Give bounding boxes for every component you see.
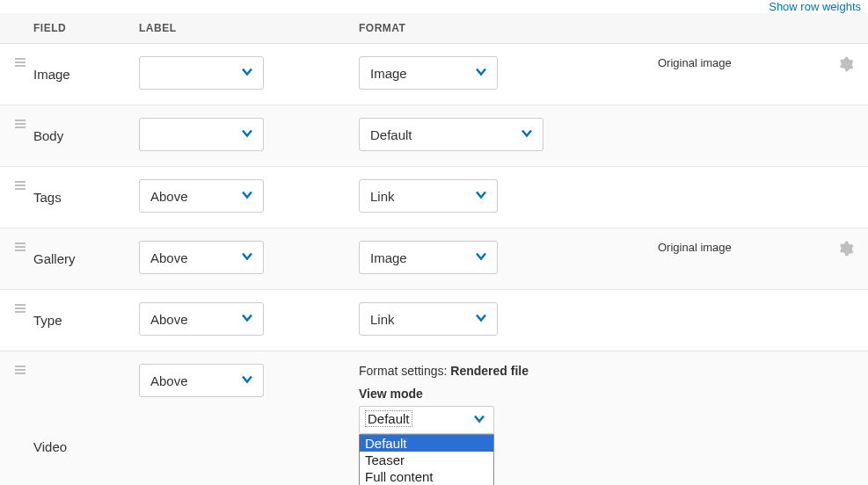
svg-rect-8 [15,188,26,190]
gear-icon[interactable] [838,61,854,75]
chevron-down-icon [240,373,254,389]
drag-handle-icon[interactable] [14,118,26,130]
chevron-down-icon [240,65,254,82]
display-fields-table: Field Label Format ImageImageOriginal im… [0,13,868,485]
field-name: Type [33,313,62,328]
chevron-down-icon [474,250,488,266]
svg-rect-10 [15,246,26,248]
svg-rect-17 [15,373,26,374]
label-select[interactable]: Above [139,302,264,336]
svg-rect-2 [15,65,26,67]
format-description [651,167,831,228]
view-mode-option[interactable]: Teaser [360,452,493,468]
format-select[interactable]: Link [359,302,498,336]
show-row-weights-link[interactable]: Show row weights [769,0,861,13]
format-description [651,105,831,167]
col-header-label: Label [132,13,352,44]
svg-rect-12 [15,304,26,306]
col-header-format: Format [352,13,651,44]
label-select[interactable]: Above [139,179,264,213]
view-mode-option[interactable]: Default [360,435,493,452]
col-header-field: Field [26,13,132,44]
svg-rect-1 [15,62,26,63]
svg-rect-13 [15,308,26,309]
table-row: BodyDefault [0,105,868,167]
view-mode-option[interactable]: Full content [360,468,493,485]
chevron-down-icon [474,188,488,205]
gear-icon[interactable] [838,245,854,259]
format-select[interactable]: Image [359,241,498,274]
svg-rect-15 [15,366,26,367]
format-description [651,290,831,351]
drag-handle-icon[interactable] [14,56,26,69]
svg-rect-11 [15,250,26,251]
chevron-down-icon [240,127,254,143]
drag-handle-icon[interactable] [14,302,26,315]
svg-rect-3 [15,119,26,121]
table-row: TagsAboveLink [0,167,868,228]
format-select[interactable]: Link [359,179,498,213]
svg-rect-4 [15,123,26,125]
svg-rect-16 [15,369,26,371]
label-select[interactable] [139,118,264,151]
format-select[interactable]: Image [359,56,498,90]
format-settings-label: Format settings: Rendered file [359,364,644,378]
format-description: Original image [651,44,831,105]
field-name: Gallery [33,251,76,266]
drag-handle-icon[interactable] [14,241,26,253]
format-select[interactable]: Default [359,118,543,151]
chevron-down-icon [240,188,254,205]
svg-rect-14 [15,311,26,313]
field-name: Video [33,439,67,454]
field-name: Image [33,67,70,82]
field-name: Body [33,128,63,143]
svg-rect-5 [15,127,26,128]
chevron-down-icon [240,311,254,328]
chevron-down-icon [472,412,486,429]
field-name: Tags [33,190,62,205]
label-select[interactable]: Above [139,241,264,274]
view-mode-label: View mode [359,387,644,401]
chevron-down-icon [520,127,534,143]
drag-handle-icon[interactable] [14,179,26,192]
label-select[interactable]: Above [139,364,264,397]
chevron-down-icon [474,311,488,328]
chevron-down-icon [240,250,254,266]
table-row: GalleryAboveImageOriginal image [0,228,868,290]
drag-handle-icon[interactable] [14,364,26,376]
label-select[interactable] [139,56,264,90]
view-mode-dropdown[interactable]: DefaultTeaserFull contentPreviewRSSSearc… [359,434,494,485]
chevron-down-icon [474,65,488,82]
table-row: VideoAboveFormat settings: Rendered file… [0,351,868,486]
view-mode-select[interactable]: Default [359,406,494,434]
svg-rect-0 [15,58,26,60]
format-description: Original image [651,228,831,290]
table-row: TypeAboveLink [0,290,868,351]
table-row: ImageImageOriginal image [0,44,868,105]
svg-rect-6 [15,181,26,183]
svg-rect-9 [15,242,26,244]
svg-rect-7 [15,185,26,186]
